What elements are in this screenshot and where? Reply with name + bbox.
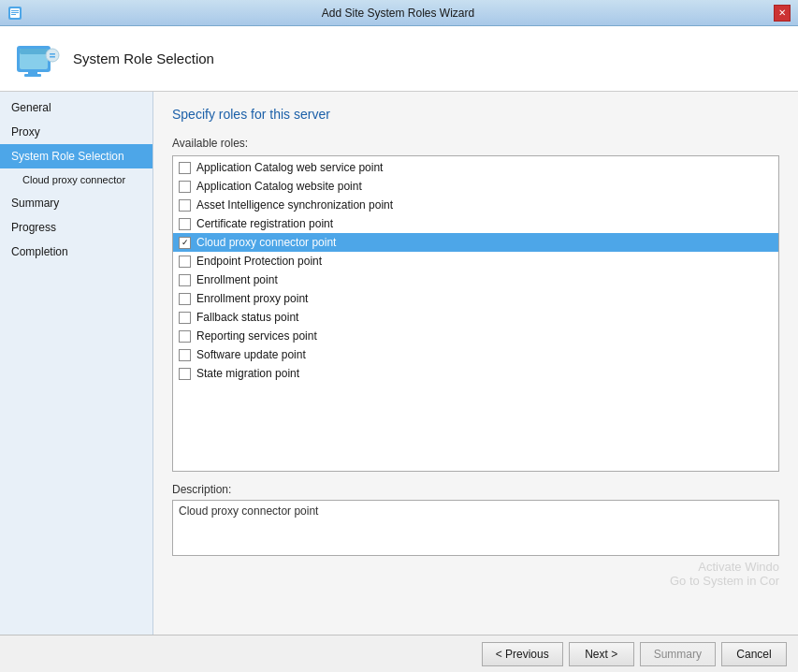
- role-item-endpoint-protection[interactable]: Endpoint Protection point: [173, 252, 778, 270]
- sidebar-item-cloud-proxy-connector[interactable]: Cloud proxy connector: [0, 168, 152, 191]
- role-item-enrollment-proxy[interactable]: Enrollment proxy point: [173, 289, 778, 308]
- role-label-endpoint-protection: Endpoint Protection point: [196, 255, 322, 268]
- sidebar-item-summary[interactable]: Summary: [0, 191, 152, 215]
- role-label-cert-registration: Certificate registration point: [196, 217, 333, 230]
- role-checkbox-software-update[interactable]: [179, 349, 191, 361]
- roles-list[interactable]: Application Catalog web service pointApp…: [172, 155, 779, 472]
- role-checkbox-endpoint-protection[interactable]: [179, 256, 191, 268]
- role-label-cloud-proxy-connector: Cloud proxy connector point: [196, 236, 336, 249]
- header-icon: [15, 37, 60, 81]
- role-label-state-migration: State migration point: [196, 367, 299, 380]
- role-label-enrollment-point: Enrollment point: [196, 273, 278, 286]
- sidebar-item-progress[interactable]: Progress: [0, 215, 152, 240]
- role-checkbox-cert-registration[interactable]: [179, 218, 191, 230]
- role-item-cert-registration[interactable]: Certificate registration point: [173, 214, 778, 233]
- role-item-app-catalog-web[interactable]: Application Catalog web service point: [173, 158, 778, 177]
- svg-rect-3: [11, 12, 19, 13]
- role-checkbox-enrollment-point[interactable]: [179, 274, 191, 286]
- role-checkbox-state-migration[interactable]: [179, 368, 191, 380]
- previous-button[interactable]: < Previous: [482, 642, 563, 666]
- dialog-header: System Role Selection: [0, 26, 798, 92]
- sidebar-item-general[interactable]: General: [0, 95, 152, 120]
- content-area: Specify roles for this server Available …: [153, 92, 798, 635]
- role-checkbox-reporting-services[interactable]: [179, 330, 191, 343]
- sidebar: GeneralProxySystem Role SelectionCloud p…: [0, 92, 153, 635]
- svg-rect-2: [11, 10, 19, 11]
- sidebar-item-system-role-selection[interactable]: System Role Selection: [0, 144, 152, 168]
- watermark: Activate Windo Go to System in Cor: [670, 560, 779, 588]
- svg-rect-8: [28, 70, 37, 74]
- watermark-line2: Go to System in Cor: [670, 574, 779, 588]
- roles-label: Available roles:: [172, 137, 779, 150]
- description-box: Cloud proxy connector point: [172, 500, 779, 556]
- svg-point-10: [46, 49, 59, 62]
- next-button[interactable]: Next >: [569, 642, 634, 666]
- role-checkbox-app-catalog-website[interactable]: [179, 181, 191, 193]
- sidebar-item-proxy[interactable]: Proxy: [0, 120, 152, 144]
- role-label-app-catalog-web: Application Catalog web service point: [196, 161, 383, 174]
- role-label-fallback-status: Fallback status point: [196, 311, 298, 324]
- dialog-footer: < Previous Next > Summary Cancel: [0, 635, 798, 672]
- role-item-fallback-status[interactable]: Fallback status point: [173, 308, 778, 327]
- role-checkbox-asset-intelligence[interactable]: [179, 199, 191, 212]
- dialog-body: GeneralProxySystem Role SelectionCloud p…: [0, 92, 798, 635]
- title-bar-text: Add Site System Roles Wizard: [22, 7, 774, 20]
- svg-rect-4: [11, 14, 16, 15]
- content-title: Specify roles for this server: [172, 107, 779, 122]
- role-checkbox-app-catalog-web[interactable]: [179, 162, 191, 174]
- summary-button[interactable]: Summary: [640, 642, 716, 666]
- title-bar: Add Site System Roles Wizard ✕: [0, 0, 798, 26]
- role-label-enrollment-proxy: Enrollment proxy point: [196, 292, 308, 305]
- watermark-line1: Activate Windo: [670, 560, 779, 574]
- role-item-app-catalog-website[interactable]: Application Catalog website point: [173, 177, 778, 196]
- role-checkbox-fallback-status[interactable]: [179, 312, 191, 324]
- role-checkbox-cloud-proxy-connector[interactable]: [179, 237, 191, 249]
- close-button[interactable]: ✕: [774, 5, 791, 22]
- role-item-software-update[interactable]: Software update point: [173, 345, 778, 364]
- svg-rect-7: [20, 49, 48, 54]
- svg-rect-12: [50, 56, 55, 58]
- dialog: System Role Selection GeneralProxySystem…: [0, 26, 798, 672]
- header-title: System Role Selection: [73, 51, 214, 66]
- svg-rect-9: [24, 74, 41, 77]
- role-item-cloud-proxy-connector[interactable]: Cloud proxy connector point: [173, 233, 778, 252]
- description-text: Cloud proxy connector point: [179, 504, 318, 518]
- role-label-software-update: Software update point: [196, 348, 306, 361]
- role-checkbox-enrollment-proxy[interactable]: [179, 293, 191, 305]
- role-item-state-migration[interactable]: State migration point: [173, 364, 778, 383]
- description-label: Description:: [172, 483, 779, 496]
- app-icon: [7, 6, 22, 21]
- sidebar-item-completion[interactable]: Completion: [0, 240, 152, 264]
- role-item-enrollment-point[interactable]: Enrollment point: [173, 270, 778, 289]
- role-label-asset-intelligence: Asset Intelligence synchronization point: [196, 198, 393, 212]
- cancel-button[interactable]: Cancel: [721, 642, 787, 666]
- role-item-asset-intelligence[interactable]: Asset Intelligence synchronization point: [173, 196, 778, 214]
- svg-rect-11: [50, 53, 55, 55]
- role-item-reporting-services[interactable]: Reporting services point: [173, 327, 778, 345]
- role-label-reporting-services: Reporting services point: [196, 329, 317, 343]
- role-label-app-catalog-website: Application Catalog website point: [196, 180, 362, 193]
